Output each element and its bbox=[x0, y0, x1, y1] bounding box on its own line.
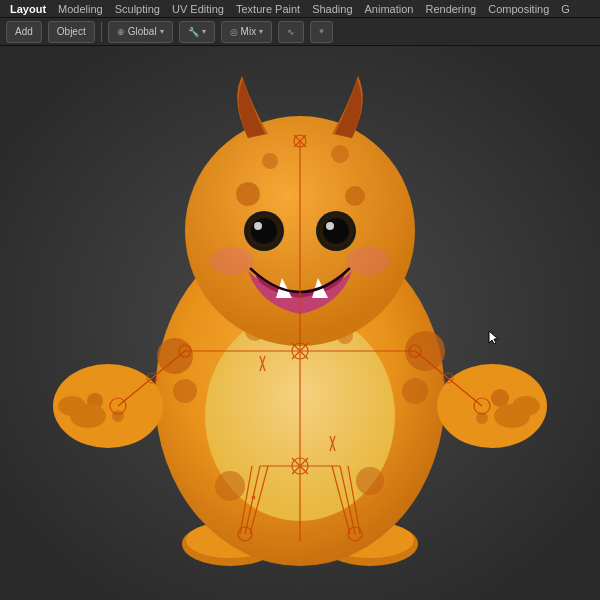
svg-point-23 bbox=[215, 471, 245, 501]
tab-texture-paint[interactable]: Texture Paint bbox=[230, 0, 306, 17]
chevron-down-icon: ▾ bbox=[160, 27, 164, 36]
tab-compositing[interactable]: Compositing bbox=[482, 0, 555, 17]
svg-point-9 bbox=[112, 410, 124, 422]
object-label: Object bbox=[57, 26, 86, 37]
svg-point-24 bbox=[356, 467, 384, 495]
svg-point-28 bbox=[262, 153, 278, 169]
snap-dropdown[interactable]: 🔧 ▾ bbox=[179, 21, 215, 43]
svg-point-13 bbox=[491, 389, 509, 407]
extra-tool-btn-2[interactable]: ⌖ bbox=[310, 21, 333, 43]
svg-point-39 bbox=[346, 247, 390, 275]
svg-point-11 bbox=[58, 396, 86, 416]
tab-animation[interactable]: Animation bbox=[359, 0, 420, 17]
monster-viewport-svg bbox=[0, 46, 600, 600]
tab-uv-editing[interactable]: UV Editing bbox=[166, 0, 230, 17]
svg-point-38 bbox=[210, 247, 254, 275]
svg-point-27 bbox=[345, 186, 365, 206]
transform-orientation-dropdown[interactable]: ⊕ Global ▾ bbox=[108, 21, 173, 43]
global-label: Global bbox=[128, 26, 157, 37]
header-toolbar: Add Object ⊕ Global ▾ 🔧 ▾ ◎ Mix ▾ ∿ ⌖ bbox=[0, 18, 600, 46]
tab-sculpting[interactable]: Sculpting bbox=[109, 0, 166, 17]
svg-point-16 bbox=[512, 396, 540, 416]
proportional-edit-dropdown[interactable]: ◎ Mix ▾ bbox=[221, 21, 273, 43]
mix-chevron-icon: ▾ bbox=[259, 27, 263, 36]
svg-marker-78 bbox=[489, 331, 498, 344]
object-button[interactable]: Object bbox=[48, 21, 95, 43]
svg-point-32 bbox=[251, 218, 277, 244]
workspace-tabs: Layout Modeling Sculpting UV Editing Tex… bbox=[0, 0, 600, 18]
3d-viewport[interactable] bbox=[0, 46, 600, 600]
tab-rendering[interactable]: Rendering bbox=[419, 0, 482, 17]
snap-chevron-icon: ▾ bbox=[202, 27, 206, 36]
svg-point-26 bbox=[236, 182, 260, 206]
mouse-cursor bbox=[488, 330, 500, 342]
mix-label: Mix bbox=[241, 26, 257, 37]
tab-shading[interactable]: Shading bbox=[306, 0, 358, 17]
tab-layout[interactable]: Layout bbox=[4, 0, 52, 17]
add-label: Add bbox=[15, 26, 33, 37]
tab-g[interactable]: G bbox=[555, 0, 576, 17]
svg-point-29 bbox=[331, 145, 349, 163]
extra-tool-btn[interactable]: ∿ bbox=[278, 21, 304, 43]
svg-point-33 bbox=[254, 222, 262, 230]
add-button[interactable]: Add bbox=[6, 21, 42, 43]
svg-point-37 bbox=[326, 222, 334, 230]
svg-point-18 bbox=[173, 379, 197, 403]
separator-1 bbox=[101, 22, 102, 42]
tab-modeling[interactable]: Modeling bbox=[52, 0, 109, 17]
svg-point-36 bbox=[323, 218, 349, 244]
svg-point-20 bbox=[402, 378, 428, 404]
